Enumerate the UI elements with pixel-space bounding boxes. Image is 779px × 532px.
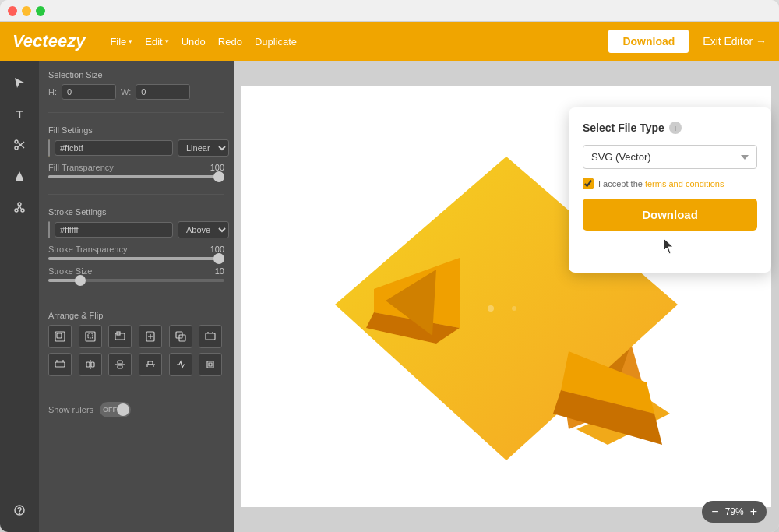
logo: Vecteezy — [12, 31, 85, 51]
zoom-out-button[interactable]: − — [711, 506, 718, 518]
fill-color-input[interactable] — [55, 140, 173, 156]
width-input[interactable] — [136, 84, 190, 100]
svg-rect-13 — [57, 333, 62, 338]
nav-redo[interactable]: Redo — [213, 33, 247, 51]
nav-edit-chevron: ▾ — [165, 37, 169, 45]
zoom-in-button[interactable]: + — [750, 506, 757, 518]
header-download-button[interactable]: Download — [607, 28, 690, 55]
arrange-btn-7[interactable] — [48, 353, 72, 376]
stroke-transparency-row: Stroke Transparency 100 — [48, 245, 224, 254]
arrange-btn-4[interactable] — [139, 325, 162, 348]
arrange-btn-9[interactable] — [108, 353, 132, 376]
arrange-btn-5[interactable] — [169, 325, 192, 348]
download-button[interactable]: Download — [583, 199, 757, 231]
fill-settings-section: Fill Settings Linear Solid Radial Fill T… — [48, 125, 224, 181]
nav-file[interactable]: File ▾ — [105, 33, 137, 51]
fill-color-row: Linear Solid Radial — [48, 139, 224, 157]
arrange-btn-6[interactable] — [199, 325, 222, 348]
svg-point-11 — [19, 513, 19, 513]
arrange-btn-2[interactable] — [79, 325, 102, 348]
panel-title-row: Select File Type i — [583, 122, 757, 134]
fill-color-swatch[interactable] — [48, 139, 50, 157]
show-rulers-label: Show rulers — [48, 405, 93, 414]
svg-rect-28 — [86, 362, 90, 367]
terms-text: I accept the terms and conditions — [598, 179, 724, 188]
svg-point-1 — [15, 146, 18, 150]
fill-transparency-slider[interactable] — [48, 175, 224, 178]
arrange-btn-8[interactable] — [79, 353, 102, 376]
nav-edit[interactable]: Edit ▾ — [140, 33, 173, 51]
svg-line-9 — [19, 206, 21, 209]
panel-title: Select File Type — [583, 122, 664, 134]
svg-line-2 — [18, 143, 24, 148]
stroke-settings-section: Stroke Settings Above Below Stroke Trans… — [48, 207, 224, 285]
sidebar-scissors-tool[interactable] — [7, 132, 32, 157]
sidebar-text-tool[interactable]: T — [7, 101, 32, 126]
stroke-transparency-slider[interactable] — [48, 257, 224, 260]
selection-size-inputs: H: W: — [48, 84, 224, 100]
stroke-color-input[interactable] — [55, 222, 173, 238]
stroke-position-select[interactable]: Above Below — [178, 221, 229, 238]
stroke-color-row: Above Below — [48, 221, 224, 238]
svg-rect-23 — [206, 333, 215, 340]
fill-transparency-label: Fill Transparency — [48, 163, 200, 172]
sidebar-fill-tool[interactable] — [7, 164, 32, 188]
canvas-area[interactable]: − 79% + Select File Type i SVG (Vector) … — [234, 61, 779, 532]
arrange-btn-10[interactable] — [139, 353, 162, 376]
exit-editor-button[interactable]: Exit Editor → — [703, 35, 767, 48]
terms-prefix: I accept the — [598, 179, 645, 188]
sidebar-node-tool[interactable] — [7, 195, 32, 220]
nav-undo[interactable]: Undo — [177, 33, 210, 51]
arrange-btn-12[interactable] — [199, 353, 222, 376]
svg-rect-34 — [148, 361, 153, 365]
stroke-color-swatch[interactable] — [48, 221, 50, 238]
nav-undo-label: Undo — [182, 36, 206, 48]
selection-size-section: Selection Size H: W: — [48, 70, 224, 100]
download-panel: Select File Type i SVG (Vector) PNG JPG … — [569, 107, 771, 273]
terms-checkbox[interactable] — [583, 178, 594, 189]
arrange-grid — [48, 325, 224, 376]
svg-point-46 — [488, 305, 494, 312]
svg-point-6 — [15, 209, 18, 212]
svg-rect-4 — [16, 178, 23, 181]
cursor-icon — [662, 237, 678, 255]
svg-marker-48 — [664, 238, 673, 254]
show-rulers-row: Show rulers OFF — [48, 402, 224, 417]
nav-file-label: File — [110, 36, 126, 48]
svg-point-5 — [18, 203, 21, 206]
nav-file-chevron: ▾ — [129, 37, 132, 45]
maximize-button[interactable] — [36, 6, 45, 16]
info-icon[interactable]: i — [669, 122, 682, 134]
stroke-transparency-label: Stroke Transparency — [48, 245, 200, 254]
close-button[interactable] — [8, 6, 17, 16]
file-type-select[interactable]: SVG (Vector) PNG JPG — [583, 145, 757, 169]
svg-line-3 — [18, 142, 24, 147]
svg-point-7 — [21, 209, 24, 212]
svg-point-47 — [512, 306, 516, 311]
terms-row: I accept the terms and conditions — [583, 178, 757, 189]
arrange-title: Arrange & Flip — [48, 311, 224, 320]
arrange-btn-3[interactable] — [108, 325, 132, 348]
app-window: Vecteezy File ▾ Edit ▾ Undo Redo Duplica… — [0, 0, 779, 532]
arrange-section: Arrange & Flip — [48, 311, 224, 376]
sidebar-select-tool[interactable] — [7, 70, 32, 95]
stroke-settings-title: Stroke Settings — [48, 207, 224, 217]
fill-type-select[interactable]: Linear Solid Radial — [178, 139, 229, 157]
terms-link[interactable]: terms and conditions — [645, 179, 724, 188]
show-rulers-toggle[interactable]: OFF — [100, 402, 131, 417]
selection-size-title: Selection Size — [48, 70, 224, 79]
stroke-size-row: Stroke Size 10 — [48, 266, 224, 276]
height-input[interactable] — [62, 84, 116, 100]
nav-duplicate[interactable]: Duplicate — [250, 33, 301, 51]
svg-rect-31 — [118, 361, 122, 364]
stroke-size-slider[interactable] — [48, 279, 224, 282]
arrange-btn-1[interactable] — [48, 325, 72, 348]
main-area: T Selection Size H: W: — [0, 61, 779, 532]
minimize-button[interactable] — [22, 6, 31, 16]
sidebar: T — [0, 61, 39, 532]
svg-rect-29 — [91, 362, 94, 367]
fill-settings-title: Fill Settings — [48, 125, 224, 135]
stroke-size-value: 10 — [205, 266, 224, 276]
arrange-btn-11[interactable] — [169, 353, 192, 376]
sidebar-help-button[interactable] — [7, 498, 32, 523]
